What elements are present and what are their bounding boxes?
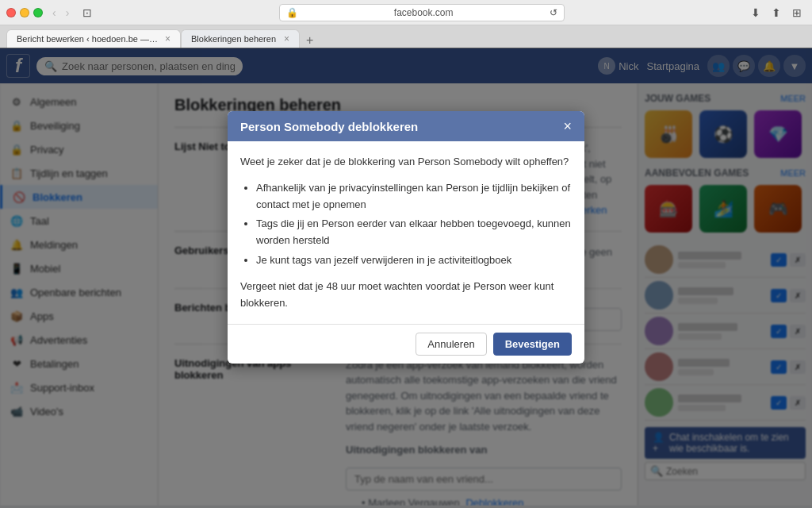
maximize-button[interactable] xyxy=(33,8,43,17)
forward-button[interactable]: › xyxy=(63,5,73,21)
modal-header: Person Somebody deblokkeren × xyxy=(228,111,584,141)
download-button[interactable]: ⬇ xyxy=(747,5,764,21)
modal-bullet-2: Tags die jij en Person eerder van elkaar… xyxy=(256,216,572,249)
modal-bullet-3: Je kunt tags van jezelf verwijderen in j… xyxy=(256,252,572,269)
modal-close-button[interactable]: × xyxy=(563,119,572,133)
modal-title: Person Somebody deblokkeren xyxy=(240,120,418,133)
tab-facebook-title: Blokkeringen beheren xyxy=(191,34,279,44)
tab-facebook[interactable]: Blokkeringen beheren × xyxy=(181,29,300,48)
minimize-button[interactable] xyxy=(20,8,29,17)
modal-bullets: Afhankelijk van je privacyinstellingen k… xyxy=(240,180,572,269)
close-button[interactable] xyxy=(6,8,16,17)
url-text: facebook.com xyxy=(394,7,454,18)
url-bar[interactable]: 🔒 facebook.com ↺ xyxy=(279,4,565,21)
url-favicon: 🔒 xyxy=(286,7,298,18)
reload-icon[interactable]: ↺ xyxy=(550,7,557,18)
modal-question: Weet je zeker dat je de blokkering van P… xyxy=(240,154,572,171)
confirm-button[interactable]: Bevestigen xyxy=(493,333,572,356)
tab-wordpress[interactable]: Bericht bewerken ‹ hoedoen.be — WordPres… xyxy=(6,29,181,48)
modal-overlay: Person Somebody deblokkeren × Weet je ze… xyxy=(0,48,812,508)
modal-note: Vergeet niet dat je 48 uur moet wachten … xyxy=(240,279,572,312)
sidebar-toggle-button[interactable]: ⊡ xyxy=(79,5,96,21)
modal-body: Weet je zeker dat je de blokkering van P… xyxy=(228,141,584,324)
share-button[interactable]: ⬆ xyxy=(768,5,785,21)
tab-wordpress-title: Bericht bewerken ‹ hoedoen.be — WordPres… xyxy=(17,34,160,44)
fullscreen-button[interactable]: ⊞ xyxy=(788,5,806,21)
tab-bar: Bericht bewerken ‹ hoedoen.be — WordPres… xyxy=(0,25,812,48)
modal-dialog: Person Somebody deblokkeren × Weet je ze… xyxy=(228,111,584,364)
modal-bullet-1: Afhankelijk van je privacyinstellingen k… xyxy=(256,180,572,214)
cancel-button[interactable]: Annuleren xyxy=(416,333,486,356)
tab-close-wordpress[interactable]: × xyxy=(165,33,170,44)
new-tab-button[interactable]: + xyxy=(303,33,316,48)
modal-footer: Annuleren Bevestigen xyxy=(228,324,584,364)
back-button[interactable]: ‹ xyxy=(49,5,59,21)
tab-close-facebook[interactable]: × xyxy=(284,33,289,44)
